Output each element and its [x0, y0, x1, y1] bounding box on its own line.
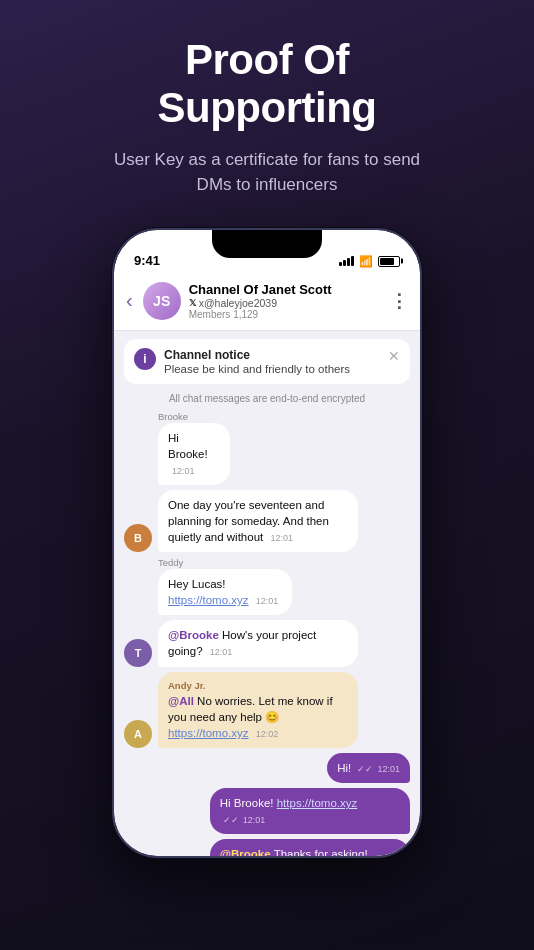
message-time: 12:01: [377, 764, 400, 774]
notice-title: Channel notice: [164, 348, 400, 362]
more-button[interactable]: ⋮: [390, 290, 408, 312]
message-sender: Andy Jr.: [168, 679, 348, 692]
message-row: @Brooke Thanks for asking! ✓12:02: [124, 839, 410, 855]
channel-avatar: JS: [143, 282, 181, 320]
message-bubble: Hi Brooke! 12:01: [158, 423, 230, 485]
message-tick: ✓✓: [223, 815, 239, 825]
channel-name: Channel Of Janet Scott: [189, 282, 382, 297]
message-bubble-sent: Hi! ✓✓12:01: [327, 753, 410, 783]
message-row: Brooke Hi Brooke! 12:01: [124, 411, 410, 485]
message-bubble: Hey Lucas! https://tomo.xyz 12:01: [158, 569, 292, 615]
status-icons: 📶: [339, 255, 400, 268]
chat-content: i Channel notice Please be kind and frie…: [114, 331, 420, 856]
sender-avatar: B: [124, 524, 152, 552]
message-bubble-teddy: Teddy Hey Lucas! https://tomo.xyz 12:01: [158, 557, 349, 615]
channel-members: Members 1,129: [189, 309, 382, 320]
notice-close-button[interactable]: ✕: [388, 348, 400, 364]
message-bubble: One day you're seventeen and planning fo…: [158, 490, 358, 552]
phone-screen: 9:41 📶 ‹ JS: [114, 230, 420, 856]
sender-avatar: T: [124, 639, 152, 667]
message-tick: ✓✓: [357, 764, 373, 774]
hero-section: Proof Of Supporting User Key as a certif…: [0, 0, 534, 198]
mention: @Brooke: [168, 629, 219, 641]
message-row: Teddy Hey Lucas! https://tomo.xyz 12:01: [124, 557, 410, 615]
channel-handle: 𝕏 x@haleyjoe2039: [189, 297, 382, 309]
phone-mockup: 9:41 📶 ‹ JS: [112, 228, 422, 858]
battery-icon: [378, 256, 400, 267]
message-sender: Brooke: [158, 411, 261, 422]
message-link: https://tomo.xyz: [277, 797, 358, 809]
message-row: Hi Brooke! https://tomo.xyz ✓✓12:01: [124, 788, 410, 834]
message-link: https://tomo.xyz: [168, 727, 249, 739]
encryption-notice: All chat messages are end-to-end encrypt…: [124, 393, 410, 404]
message-link: https://tomo.xyz: [168, 594, 249, 606]
wifi-icon: 📶: [359, 255, 373, 268]
message-bubble-sent: Hi Brooke! https://tomo.xyz ✓✓12:01: [210, 788, 410, 834]
message-row: Hi! ✓✓12:01: [124, 753, 410, 783]
channel-notice: i Channel notice Please be kind and frie…: [124, 339, 410, 384]
status-bar: 9:41 📶: [114, 230, 420, 274]
message-row: T @Brooke How's your project going? 12:0…: [124, 620, 410, 666]
mention: @All: [168, 695, 194, 707]
message-time: 12:01: [270, 533, 293, 543]
message-time: 12:01: [210, 647, 233, 657]
hero-title: Proof Of Supporting: [158, 36, 377, 133]
message-bubble-sent: @Brooke Thanks for asking! ✓12:02: [210, 839, 410, 855]
notch: [212, 230, 322, 258]
chat-header: ‹ JS Channel Of Janet Scott 𝕏 x@haleyjoe…: [114, 274, 420, 331]
message-bubble-highlight: Andy Jr. @All No worries. Let me know if…: [158, 672, 358, 749]
twitter-x-icon: 𝕏: [189, 298, 196, 308]
notice-text: Please be kind and friendly to others: [164, 363, 400, 375]
notice-content: Channel notice Please be kind and friend…: [164, 348, 400, 375]
hero-subtitle: User Key as a certificate for fans to se…: [107, 147, 427, 198]
message-bubble-received: Brooke Hi Brooke! 12:01: [158, 411, 261, 485]
message-time: 12:02: [256, 729, 279, 739]
notice-icon: i: [134, 348, 156, 370]
message-time: 12:01: [256, 596, 279, 606]
message-row: A Andy Jr. @All No worries. Let me know …: [124, 672, 410, 749]
message-sender: Teddy: [158, 557, 349, 568]
sender-avatar: A: [124, 720, 152, 748]
back-button[interactable]: ‹: [126, 289, 133, 312]
message-time: 12:01: [172, 466, 195, 476]
message-bubble: @Brooke How's your project going? 12:01: [158, 620, 358, 666]
message-time: 12:01: [243, 815, 266, 825]
status-time: 9:41: [134, 253, 160, 268]
message-row: B One day you're seventeen and planning …: [124, 490, 410, 552]
signal-icon: [339, 256, 354, 266]
mention: @Brooke: [220, 848, 271, 855]
header-info: Channel Of Janet Scott 𝕏 x@haleyjoe2039 …: [189, 282, 382, 320]
